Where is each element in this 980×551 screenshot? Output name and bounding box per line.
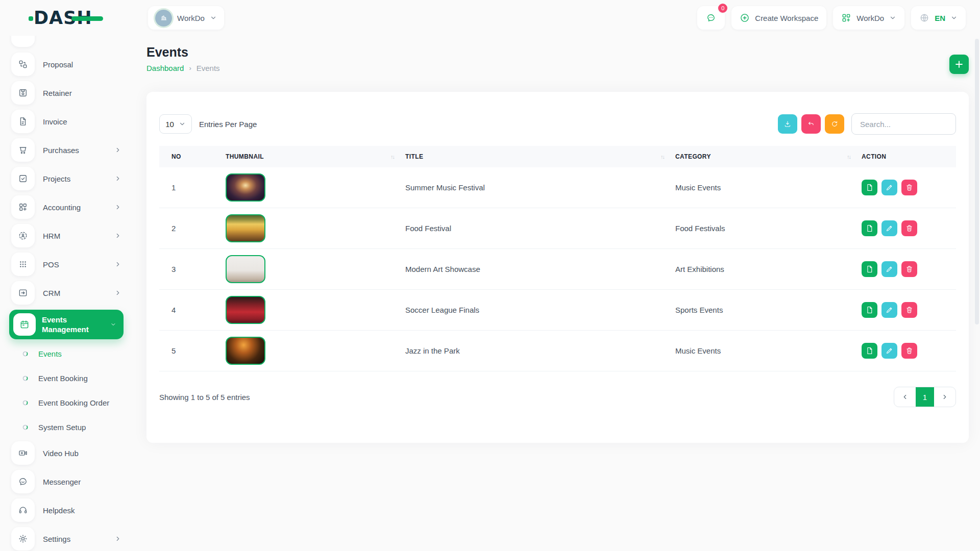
sidebar-item-hrm[interactable]: HRM: [11, 224, 137, 247]
previous-page-button[interactable]: [894, 387, 916, 407]
event-category: Music Events: [675, 183, 862, 192]
row-number: 4: [159, 306, 226, 314]
chevron-down-icon: [110, 321, 116, 328]
sidebar-subitem-system-setup[interactable]: System Setup: [11, 416, 137, 438]
chevron-right-icon: [114, 289, 121, 296]
sidebar-item-messenger[interactable]: Messenger: [11, 470, 137, 493]
row-number: 3: [159, 265, 226, 273]
table-row: 1 Summer Music Festival Music Events: [159, 167, 956, 208]
row-number: 5: [159, 346, 226, 355]
sidebar-item-pos[interactable]: POS: [11, 253, 137, 276]
chevron-down-icon: [889, 14, 896, 21]
event-title: Jazz in the Park: [405, 346, 675, 355]
sidebar-item-accounting[interactable]: Accounting: [11, 195, 137, 219]
grid-plus-icon: [841, 13, 851, 23]
page-number-button[interactable]: 1: [916, 387, 934, 407]
language-selector[interactable]: EN: [911, 6, 966, 30]
thumbnail-image: [226, 296, 265, 324]
sidebar-item-events-management[interactable]: Events Management: [9, 310, 124, 339]
sidebar-item-helpdesk[interactable]: Helpdesk: [11, 498, 137, 522]
sidebar-item-invoice[interactable]: Invoice: [11, 110, 137, 133]
search-input[interactable]: [851, 113, 956, 135]
view-button[interactable]: [862, 343, 877, 359]
edit-button[interactable]: [881, 302, 897, 318]
delete-button[interactable]: [901, 220, 917, 236]
edit-button[interactable]: [881, 220, 897, 236]
refresh-button[interactable]: [825, 114, 844, 134]
sidebar-item-settings[interactable]: Settings: [11, 527, 137, 550]
event-category: Food Festivals: [675, 224, 862, 233]
thumbnail-image: [226, 255, 265, 283]
next-page-button[interactable]: [934, 387, 955, 407]
row-actions: [862, 343, 956, 359]
pencil-icon: [885, 306, 894, 314]
view-button[interactable]: [862, 180, 877, 195]
crm-icon: [11, 281, 35, 305]
sidebar-subitem-event-booking-order[interactable]: Event Booking Order: [11, 391, 137, 414]
file-icon: [865, 306, 874, 314]
retainer-icon: [11, 81, 35, 105]
sidebar-item-proposal[interactable]: Proposal: [11, 53, 137, 76]
delete-button[interactable]: [901, 261, 917, 277]
row-actions: [862, 302, 956, 318]
trash-icon: [905, 183, 914, 192]
sidebar-item-projects[interactable]: Projects: [11, 167, 137, 190]
table-row: 3 Modern Art Showcase Art Exhibitions: [159, 249, 956, 290]
hrm-icon: [11, 224, 35, 247]
page-scrollbar[interactable]: [975, 39, 979, 324]
sidebar-item-video-hub[interactable]: Video Hub: [11, 441, 137, 465]
sidebar-item-crm[interactable]: CRM: [11, 281, 137, 305]
sidebar-subitem-events[interactable]: Events: [11, 342, 137, 365]
sort-icon[interactable]: ↑↓: [847, 154, 862, 160]
invoice-icon: [11, 110, 35, 133]
globe-icon: [919, 13, 929, 23]
view-button[interactable]: [862, 261, 877, 277]
entries-per-page-select[interactable]: 10: [159, 114, 192, 134]
sidebar-subitem-event-booking[interactable]: Event Booking: [11, 367, 137, 389]
sidebar-item-retainer[interactable]: Retainer: [11, 81, 137, 105]
pencil-icon: [885, 265, 894, 273]
app-logo[interactable]: DASH: [34, 7, 110, 29]
edit-button[interactable]: [881, 180, 897, 195]
app-switcher-button[interactable]: WorkDo: [833, 6, 904, 30]
submenu-bullet-icon: [21, 374, 29, 382]
breadcrumb-current: Events: [197, 64, 220, 72]
chevron-right-icon: [114, 146, 121, 154]
add-event-button[interactable]: [949, 55, 969, 74]
column-header-action: ACTION: [862, 153, 956, 160]
chevron-right-icon: [114, 535, 121, 542]
breadcrumb-separator: ›: [189, 64, 191, 72]
trash-icon: [905, 265, 914, 273]
messages-button[interactable]: 0: [697, 6, 725, 30]
reset-button[interactable]: [801, 114, 821, 134]
sort-icon[interactable]: ↑↓: [390, 154, 405, 160]
chat-bubble-icon: [706, 13, 716, 23]
language-label: EN: [935, 14, 945, 22]
edit-button[interactable]: [881, 261, 897, 277]
refresh-icon: [830, 120, 839, 128]
delete-button[interactable]: [901, 180, 917, 195]
delete-button[interactable]: [901, 343, 917, 359]
create-workspace-button[interactable]: Create Workspace: [731, 6, 826, 30]
column-header-thumbnail[interactable]: THUMBNAIL ↑↓: [226, 153, 405, 160]
column-header-title[interactable]: TITLE ↑↓: [405, 153, 675, 160]
column-header-category[interactable]: CATEGORY ↑↓: [675, 153, 862, 160]
view-button[interactable]: [862, 220, 877, 236]
sidebar-item-purchases[interactable]: Purchases: [11, 138, 137, 162]
sort-icon[interactable]: ↑↓: [660, 154, 675, 160]
view-button[interactable]: [862, 302, 877, 318]
logo-accent-dot: [29, 16, 33, 21]
app-switcher-label: WorkDo: [856, 14, 884, 22]
export-button[interactable]: [778, 114, 797, 134]
edit-button[interactable]: [881, 343, 897, 359]
workspace-selector[interactable]: WorkDo: [148, 6, 224, 30]
breadcrumb-dashboard-link[interactable]: Dashboard: [146, 64, 184, 72]
trash-icon: [905, 224, 914, 233]
sidebar-bottom-group: Video Hub Messenger Helpdesk Settings: [11, 441, 137, 550]
table-controls: 10 Entries Per Page: [159, 113, 956, 135]
entries-per-page-label: Entries Per Page: [199, 120, 257, 129]
chevron-down-icon: [179, 120, 186, 128]
event-title: Soccer League Finals: [405, 306, 675, 314]
sidebar-item-clipped[interactable]: [11, 36, 137, 47]
delete-button[interactable]: [901, 302, 917, 318]
